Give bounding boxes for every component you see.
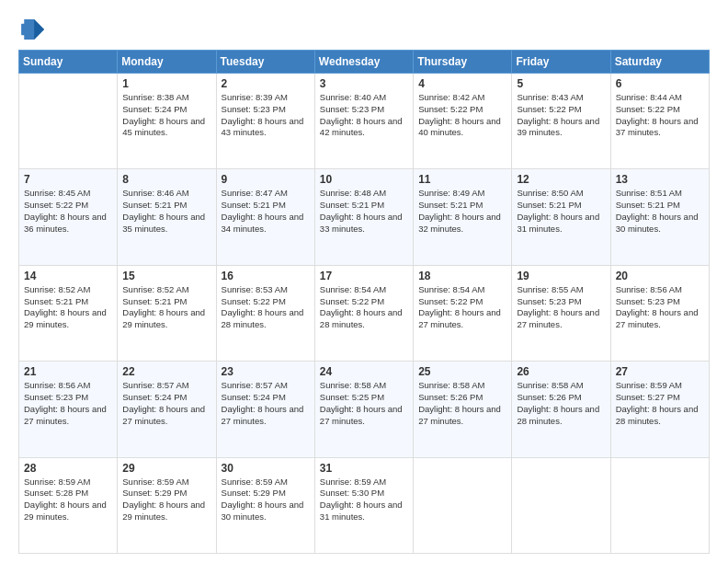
cell-info: Sunrise: 8:59 AM Sunset: 5:27 PM Dayligh…	[616, 380, 704, 427]
calendar-cell: 18Sunrise: 8:54 AM Sunset: 5:22 PM Dayli…	[414, 265, 512, 361]
calendar-cell: 24Sunrise: 8:58 AM Sunset: 5:25 PM Dayli…	[314, 362, 413, 457]
cell-info: Sunrise: 8:53 AM Sunset: 5:22 PM Dayligh…	[222, 284, 310, 331]
day-number: 7	[24, 173, 112, 186]
cell-info: Sunrise: 8:59 AM Sunset: 5:29 PM Dayligh…	[122, 477, 210, 523]
day-number: 9	[222, 173, 310, 186]
calendar-cell: 29Sunrise: 8:59 AM Sunset: 5:29 PM Dayli…	[118, 457, 216, 553]
calendar-cell: 6Sunrise: 8:44 AM Sunset: 5:22 PM Daylig…	[610, 74, 709, 169]
cell-info: Sunrise: 8:58 AM Sunset: 5:25 PM Dayligh…	[320, 380, 408, 427]
day-number: 18	[418, 270, 506, 282]
cell-info: Sunrise: 8:45 AM Sunset: 5:22 PM Dayligh…	[24, 188, 112, 235]
column-header-wednesday: Wednesday	[314, 51, 413, 74]
cell-info: Sunrise: 8:52 AM Sunset: 5:21 PM Dayligh…	[122, 284, 210, 331]
day-number: 20	[616, 270, 704, 282]
column-header-saturday: Saturday	[610, 51, 709, 74]
calendar-cell: 27Sunrise: 8:59 AM Sunset: 5:27 PM Dayli…	[610, 362, 709, 457]
calendar-cell: 5Sunrise: 8:43 AM Sunset: 5:22 PM Daylig…	[512, 74, 610, 169]
day-number: 3	[320, 77, 408, 90]
calendar-cell: 16Sunrise: 8:53 AM Sunset: 5:22 PM Dayli…	[216, 265, 314, 361]
cell-info: Sunrise: 8:57 AM Sunset: 5:24 PM Dayligh…	[222, 380, 310, 427]
day-number: 25	[418, 365, 506, 378]
cell-info: Sunrise: 8:59 AM Sunset: 5:30 PM Dayligh…	[320, 477, 408, 523]
calendar-cell: 9Sunrise: 8:47 AM Sunset: 5:21 PM Daylig…	[216, 169, 314, 265]
cell-info: Sunrise: 8:56 AM Sunset: 5:23 PM Dayligh…	[616, 284, 704, 331]
week-row-4: 21Sunrise: 8:56 AM Sunset: 5:23 PM Dayli…	[19, 362, 710, 457]
column-header-monday: Monday	[118, 51, 216, 74]
calendar-cell: 15Sunrise: 8:52 AM Sunset: 5:21 PM Dayli…	[118, 265, 216, 361]
calendar-table: SundayMondayTuesdayWednesdayThursdayFrid…	[18, 50, 710, 554]
cell-info: Sunrise: 8:51 AM Sunset: 5:21 PM Dayligh…	[616, 188, 704, 235]
calendar-cell	[512, 457, 610, 553]
calendar-cell: 31Sunrise: 8:59 AM Sunset: 5:30 PM Dayli…	[314, 457, 413, 553]
header	[18, 17, 710, 42]
day-number: 12	[517, 173, 605, 186]
svg-marker-1	[34, 19, 44, 40]
cell-info: Sunrise: 8:54 AM Sunset: 5:22 PM Dayligh…	[418, 284, 506, 331]
day-number: 31	[320, 462, 408, 475]
cell-info: Sunrise: 8:49 AM Sunset: 5:21 PM Dayligh…	[418, 188, 506, 235]
day-number: 6	[616, 77, 704, 90]
cell-info: Sunrise: 8:42 AM Sunset: 5:22 PM Dayligh…	[418, 92, 506, 139]
cell-info: Sunrise: 8:46 AM Sunset: 5:21 PM Dayligh…	[122, 188, 210, 235]
cell-info: Sunrise: 8:43 AM Sunset: 5:22 PM Dayligh…	[517, 92, 605, 139]
calendar-cell: 12Sunrise: 8:50 AM Sunset: 5:21 PM Dayli…	[512, 169, 610, 265]
svg-rect-2	[21, 24, 34, 35]
day-number: 23	[222, 365, 310, 378]
calendar-cell: 20Sunrise: 8:56 AM Sunset: 5:23 PM Dayli…	[610, 265, 709, 361]
calendar-cell: 4Sunrise: 8:42 AM Sunset: 5:22 PM Daylig…	[414, 74, 512, 169]
week-row-3: 14Sunrise: 8:52 AM Sunset: 5:21 PM Dayli…	[19, 265, 710, 361]
calendar-header-row: SundayMondayTuesdayWednesdayThursdayFrid…	[19, 51, 710, 74]
day-number: 8	[122, 173, 210, 186]
week-row-5: 28Sunrise: 8:59 AM Sunset: 5:28 PM Dayli…	[19, 457, 710, 553]
logo-icon	[18, 17, 44, 42]
day-number: 30	[222, 462, 310, 475]
cell-info: Sunrise: 8:54 AM Sunset: 5:22 PM Dayligh…	[320, 284, 408, 331]
calendar-cell: 11Sunrise: 8:49 AM Sunset: 5:21 PM Dayli…	[414, 169, 512, 265]
cell-info: Sunrise: 8:57 AM Sunset: 5:24 PM Dayligh…	[122, 380, 210, 427]
day-number: 21	[24, 365, 112, 378]
cell-info: Sunrise: 8:58 AM Sunset: 5:26 PM Dayligh…	[418, 380, 506, 427]
cell-info: Sunrise: 8:50 AM Sunset: 5:21 PM Dayligh…	[517, 188, 605, 235]
cell-info: Sunrise: 8:40 AM Sunset: 5:23 PM Dayligh…	[320, 92, 408, 139]
day-number: 15	[122, 270, 210, 282]
calendar-cell: 10Sunrise: 8:48 AM Sunset: 5:21 PM Dayli…	[314, 169, 413, 265]
cell-info: Sunrise: 8:52 AM Sunset: 5:21 PM Dayligh…	[24, 284, 112, 331]
calendar-cell: 26Sunrise: 8:58 AM Sunset: 5:26 PM Dayli…	[512, 362, 610, 457]
day-number: 2	[222, 77, 310, 90]
calendar-cell: 28Sunrise: 8:59 AM Sunset: 5:28 PM Dayli…	[19, 457, 118, 553]
day-number: 27	[616, 365, 704, 378]
day-number: 28	[24, 462, 112, 475]
day-number: 26	[517, 365, 605, 378]
day-number: 11	[418, 173, 506, 186]
calendar-cell	[19, 74, 118, 169]
week-row-2: 7Sunrise: 8:45 AM Sunset: 5:22 PM Daylig…	[19, 169, 710, 265]
cell-info: Sunrise: 8:59 AM Sunset: 5:29 PM Dayligh…	[222, 477, 310, 523]
cell-info: Sunrise: 8:56 AM Sunset: 5:23 PM Dayligh…	[24, 380, 112, 427]
calendar-cell: 8Sunrise: 8:46 AM Sunset: 5:21 PM Daylig…	[118, 169, 216, 265]
column-header-friday: Friday	[512, 51, 610, 74]
cell-info: Sunrise: 8:58 AM Sunset: 5:26 PM Dayligh…	[517, 380, 605, 427]
cell-info: Sunrise: 8:55 AM Sunset: 5:23 PM Dayligh…	[517, 284, 605, 331]
calendar-cell	[610, 457, 709, 553]
day-number: 5	[517, 77, 605, 90]
cell-info: Sunrise: 8:44 AM Sunset: 5:22 PM Dayligh…	[616, 92, 704, 139]
day-number: 16	[222, 270, 310, 282]
calendar-cell: 1Sunrise: 8:38 AM Sunset: 5:24 PM Daylig…	[118, 74, 216, 169]
day-number: 14	[24, 270, 112, 282]
cell-info: Sunrise: 8:38 AM Sunset: 5:24 PM Dayligh…	[122, 92, 210, 139]
calendar-cell: 14Sunrise: 8:52 AM Sunset: 5:21 PM Dayli…	[19, 265, 118, 361]
day-number: 1	[122, 77, 210, 90]
calendar-cell: 7Sunrise: 8:45 AM Sunset: 5:22 PM Daylig…	[19, 169, 118, 265]
cell-info: Sunrise: 8:39 AM Sunset: 5:23 PM Dayligh…	[222, 92, 310, 139]
page: SundayMondayTuesdayWednesdayThursdayFrid…	[0, 0, 728, 563]
calendar-cell: 23Sunrise: 8:57 AM Sunset: 5:24 PM Dayli…	[216, 362, 314, 457]
column-header-tuesday: Tuesday	[216, 51, 314, 74]
calendar-cell: 19Sunrise: 8:55 AM Sunset: 5:23 PM Dayli…	[512, 265, 610, 361]
calendar-cell: 22Sunrise: 8:57 AM Sunset: 5:24 PM Dayli…	[118, 362, 216, 457]
calendar-cell: 13Sunrise: 8:51 AM Sunset: 5:21 PM Dayli…	[610, 169, 709, 265]
calendar-cell: 17Sunrise: 8:54 AM Sunset: 5:22 PM Dayli…	[314, 265, 413, 361]
calendar-cell: 3Sunrise: 8:40 AM Sunset: 5:23 PM Daylig…	[314, 74, 413, 169]
day-number: 10	[320, 173, 408, 186]
day-number: 22	[122, 365, 210, 378]
day-number: 29	[122, 462, 210, 475]
